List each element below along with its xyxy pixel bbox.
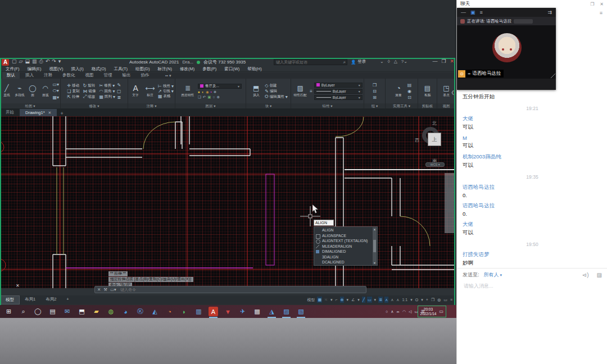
file-tab-start[interactable]: 开始 <box>0 108 20 116</box>
taskbar-app-icon[interactable]: ◮ <box>267 307 277 316</box>
ribbon-tab[interactable]: 插入 <box>21 72 38 79</box>
taskbar-clock[interactable]: 20:03 2022/1/14 <box>420 307 437 316</box>
panel-label-draw[interactable]: 绘图 ▾ <box>0 103 60 108</box>
linetype-combo[interactable]: ByLayer▾ <box>314 95 363 100</box>
layer-tool-icons[interactable]: ❏ ↶ ▣ ○ ⊕ <box>198 95 242 99</box>
minimize-video-icon[interactable]: — <box>461 10 466 15</box>
audience-select[interactable]: 所有人 <box>484 271 499 279</box>
taskbar-app-icon[interactable]: ◍ <box>106 307 116 316</box>
color-combo[interactable]: ByLayer▾ <box>314 83 363 88</box>
lineweight-combo[interactable]: ByLayer▾ <box>314 89 363 94</box>
ribbon-tab[interactable]: 输出 <box>118 72 135 79</box>
panel-label-modify[interactable]: 修改 ▾ <box>61 103 128 108</box>
panel-label-view[interactable]: 视图 <box>437 103 455 108</box>
status-icon[interactable]: ▭ <box>367 297 372 303</box>
autocomplete-item[interactable]: 3DALIGN <box>314 254 377 260</box>
ribbon-tab-extra-icon[interactable]: ▪▪ ▾ <box>162 73 174 79</box>
layout-tab[interactable]: 模型 <box>0 295 20 304</box>
qat-icon[interactable]: ▾ <box>58 58 61 65</box>
video-preview-window[interactable]: — ▣ ≡ ⇉ 正在讲话: 语西哈马达拉 ⊙ ⌯语西哈马达拉 <box>457 8 556 90</box>
menu-item[interactable]: 工具(T) <box>114 66 128 72</box>
popout-icon[interactable]: ❐ <box>590 2 594 7</box>
status-icon[interactable]: ▾ <box>346 297 349 303</box>
popout-video-icon[interactable]: ⇉ <box>547 10 552 15</box>
customize-icon[interactable]: ⚒ <box>103 287 107 292</box>
menu-item[interactable]: 标注(N) <box>158 66 172 72</box>
taskbar-app-icon[interactable]: A <box>209 307 218 316</box>
tool-text[interactable]: A文字 <box>129 85 142 98</box>
tool-layer-properties[interactable]: ≣图层特性 <box>179 85 196 98</box>
group-tools[interactable]: ❒⊟⊞ <box>373 83 377 100</box>
tool-dimension[interactable]: ⟷标注 <box>144 85 157 98</box>
qat-icon[interactable]: ⎙ <box>39 58 43 65</box>
help-search-input[interactable] <box>274 60 343 64</box>
tool-match-properties[interactable]: ▨特性匹配 <box>292 85 308 98</box>
tool-measure[interactable]: ◔测量 <box>392 85 406 98</box>
tool-edit-attr[interactable]: ⛭编辑属性▾ <box>265 94 287 99</box>
layout-tab[interactable]: 布局1 <box>20 295 40 304</box>
taskbar-app-icon[interactable]: ◗ <box>179 307 189 316</box>
taskbar-app-icon[interactable]: Ⓚ <box>135 307 145 316</box>
close-tab-icon[interactable]: ✕ <box>48 111 52 115</box>
status-icon[interactable]: ▾ <box>374 297 377 303</box>
tool-fillet[interactable]: ◠圆角 ▾ <box>99 89 116 94</box>
viewcube-north[interactable]: 北 <box>432 120 437 126</box>
status-icon[interactable]: ▾ <box>357 297 360 303</box>
taskbar-app-icon[interactable]: ▧ <box>296 307 306 316</box>
chat-message-input[interactable] <box>463 283 602 289</box>
clock-area[interactable]: 20:03 2022/1/14 ▭ <box>418 306 446 317</box>
resize-grip[interactable] <box>551 74 555 78</box>
video-menu-icon[interactable]: ≡ <box>480 10 483 15</box>
close-icon[interactable]: ✕ <box>97 287 101 292</box>
taskbar-app-icon[interactable]: ✈ <box>238 307 247 316</box>
modify-extra[interactable]: ✎▢≣ <box>117 83 121 100</box>
ribbon-tab[interactable]: 默认 <box>2 72 20 79</box>
status-icon[interactable]: ▦ <box>317 297 322 303</box>
list-icon[interactable]: ≡ <box>310 89 312 94</box>
status-icon[interactable]: 1:1 <box>401 297 408 303</box>
viewcube-top-face[interactable]: 上 <box>428 133 441 146</box>
ribbon-collapse-icon[interactable]: ❮ <box>451 90 455 95</box>
tool-rotate[interactable]: ↻旋转 <box>83 83 96 88</box>
tool-copy[interactable]: ❏复制 <box>67 89 79 94</box>
tool-insert[interactable]: ⬒插入 <box>249 85 263 98</box>
tool-paste[interactable]: ▤粘贴 <box>420 85 434 98</box>
tool-create-block[interactable]: ◇创建 <box>265 83 287 88</box>
taskbar-app-icon[interactable]: ▩ <box>252 307 262 316</box>
tool-edit-block[interactable]: ✎编辑 <box>265 89 287 94</box>
autocomplete-item[interactable]: ALIGNTEXT (TEXTALIGN) <box>314 238 377 244</box>
alert-icon[interactable]: △ <box>394 59 397 64</box>
wcs-dropdown[interactable]: WCS ▾ <box>425 162 445 167</box>
status-icon[interactable]: + <box>425 297 429 303</box>
qat-icon[interactable]: ↶ <box>46 58 50 65</box>
taskbar-app-icon[interactable]: ▼ <box>223 307 233 316</box>
menu-item[interactable]: 视图(V) <box>49 66 64 72</box>
viewcube-east[interactable]: 东 <box>454 137 455 143</box>
layout-icon[interactable]: ▣ <box>470 10 475 15</box>
docked-palette[interactable] <box>445 173 455 233</box>
status-icon[interactable]: ⋏ <box>396 297 400 303</box>
status-icon[interactable]: ▾ <box>410 297 413 303</box>
panel-label-clipboard[interactable]: 剪贴板 <box>418 103 437 108</box>
tool-line[interactable]: ╱直线 <box>1 85 12 98</box>
layout-tab[interactable]: 布局2 <box>40 295 61 304</box>
tray-icon[interactable]: ◠ <box>402 310 406 314</box>
status-icon[interactable]: ⛭ <box>415 297 419 303</box>
status-icon[interactable]: ▾ <box>420 297 424 303</box>
sign-in[interactable]: 👤 登录 <box>351 59 366 65</box>
taskbar-app-icon[interactable]: ▥ <box>194 307 203 316</box>
autocomplete-item[interactable]: DCALIGNED <box>314 260 377 265</box>
status-icon[interactable]: ≡ <box>450 297 453 303</box>
status-icon[interactable]: ∠ <box>351 297 355 303</box>
taskbar-app-icon[interactable]: ▤ <box>48 307 57 316</box>
announce-icon[interactable]: ⊲) <box>582 272 589 278</box>
help-icon[interactable]: ?⌄ <box>401 59 407 64</box>
tool-leader[interactable]: ↗引线▾ <box>158 89 174 94</box>
tool-circle[interactable]: ◯圆 <box>27 85 38 98</box>
qat-icon[interactable]: ▱ <box>19 58 23 65</box>
search-icon[interactable]: ⌕ <box>343 60 347 65</box>
status-icon[interactable]: ⌐ <box>334 297 338 303</box>
scroll-up-icon[interactable]: ▲ <box>373 228 376 231</box>
status-icon[interactable]: ⊕ <box>340 297 345 303</box>
taskbar-app-icon[interactable]: ◕ <box>121 307 130 316</box>
